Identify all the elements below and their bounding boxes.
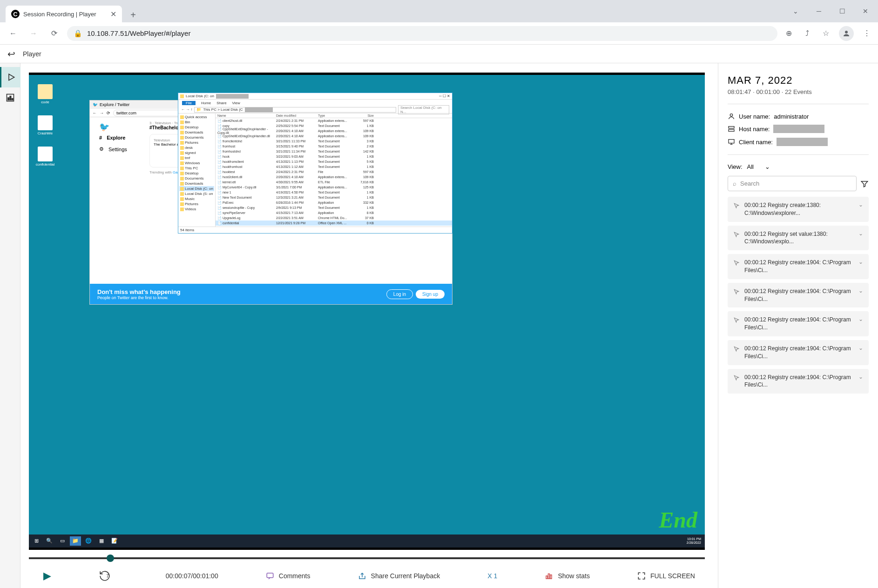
forward-button: → (26, 26, 41, 41)
explorer-status: 54 items (178, 227, 452, 233)
player-controls: ▶ 7 00:00:07/00:01:00 Comments Share Cur… (20, 564, 718, 588)
event-card[interactable]: 00:00:12 Registry create:1904: C:\Progra… (728, 340, 869, 365)
stats-button[interactable]: Show stats (545, 572, 589, 580)
chevron-down-icon[interactable]: ⌄ (785, 4, 806, 19)
tree-item: Desktop (179, 125, 214, 130)
twitter-logo-icon: 🐦 (99, 122, 136, 132)
tree-item: Music (179, 196, 214, 201)
file-row: 📄 hook3/22/2021 9:03 AMText Document1 KB (216, 154, 452, 159)
event-search-input[interactable]: ⌕ Search (728, 176, 857, 191)
zoom-icon[interactable]: ⊕ (783, 28, 794, 39)
twitter-nav-settings: ⚙Settings (99, 143, 136, 155)
tree-item: Local Disk (C: on (179, 186, 214, 191)
replay-button[interactable]: 7 (99, 570, 118, 582)
desktop-icons: code CrashMe confidential (34, 84, 57, 167)
explorer-menu-item: File (182, 101, 196, 105)
share-icon[interactable]: ⤴ (802, 28, 813, 39)
filter-button[interactable] (860, 180, 869, 188)
explorer-icon: 📁 (70, 536, 81, 546)
svg-marker-1 (9, 74, 14, 80)
event-card[interactable]: 00:00:12 Registry create:1904: C:\Progra… (728, 283, 869, 308)
file-row: 📄 syncPipeServer4/15/2021 7:13 AMApplica… (216, 210, 452, 215)
explorer-menu-item: View (232, 101, 240, 105)
explorer-menu-item: Home (201, 101, 211, 105)
svg-rect-5 (12, 99, 13, 100)
svg-rect-4 (10, 96, 11, 100)
menu-icon[interactable]: ⋮ (861, 28, 872, 39)
chrome-icon: 🌐 (83, 536, 94, 546)
tab-title: Session Recording | Player (23, 11, 107, 18)
tree-item: Bin (179, 120, 214, 125)
browser-addressbar: ← → ⟳ 🔒 10.108.77.51/WebPlayer/#/player … (0, 22, 878, 45)
twitter-login-button: Log in (386, 289, 413, 299)
tree-item: This PC (179, 166, 214, 171)
server-icon (728, 125, 735, 133)
recording-canvas: code CrashMe confidential 🐦 Explore / Tw… (29, 75, 705, 548)
tree-item: Local Disk (S: on (179, 191, 214, 196)
cursor-icon (733, 260, 740, 266)
comments-button[interactable]: Comments (266, 572, 311, 580)
file-row: 📄 host2client.dll2/20/2021 4:10 AMApplic… (216, 174, 452, 180)
back-button[interactable]: ← (6, 26, 20, 41)
maximize-button[interactable]: ☐ (831, 4, 853, 19)
twitter-signup-button: Sign up (416, 290, 445, 299)
cursor-icon (733, 231, 740, 238)
tree-item: Pictures (179, 140, 214, 145)
file-row: 📄 fromhostdnd3/21/2021 11:34 PMText Docu… (216, 149, 452, 154)
event-card[interactable]: 00:00:12 Registry create:1904: C:\Progra… (728, 254, 869, 279)
svg-rect-6 (267, 573, 273, 578)
chevron-down-icon: ⌄ (765, 163, 770, 170)
file-row: 📄 UpgradeLog2/22/2021 3:51 AMChrome HTML… (216, 215, 452, 220)
url-field[interactable]: 🔒 10.108.77.51/WebPlayer/#/player (67, 26, 777, 41)
desktop-icon-confidential: confidential (34, 147, 57, 167)
play-button[interactable]: ▶ (43, 570, 51, 582)
svg-point-0 (845, 31, 848, 33)
file-row: 📄 hooktest2/24/2021 2:31 PMFile597 KB (216, 169, 452, 174)
rail-stats-button[interactable] (0, 87, 20, 108)
session-meta: 08:01:47 · 00:01:00 · 22 Events (728, 88, 869, 95)
cursor-icon (733, 317, 740, 323)
events-panel: MAR 7, 2022 08:01:47 · 00:01:00 · 22 Eve… (718, 63, 878, 588)
explorer-menu-item: Share (216, 101, 226, 105)
new-tab-button[interactable]: + (126, 7, 141, 22)
breadcrumb: Player (23, 50, 41, 58)
event-card[interactable]: 00:00:12 Registry set value:1380: C:\Win… (728, 226, 869, 251)
tree-item: Downloads (179, 130, 214, 135)
app-back-button[interactable]: ↩ (7, 48, 15, 60)
view-label: View: (728, 163, 743, 170)
twitter-banner: Don't miss what's happening People on Tw… (90, 284, 452, 304)
event-card[interactable]: 00:00:12 Registry create:1904: C:\Progra… (728, 369, 869, 394)
svg-point-10 (730, 114, 732, 116)
session-date: MAR 7, 2022 (728, 74, 869, 87)
video-stage[interactable]: code CrashMe confidential 🐦 Explore / Tw… (29, 73, 705, 550)
close-tab-icon[interactable]: ✕ (110, 10, 116, 19)
speed-button[interactable]: X 1 (487, 572, 497, 580)
svg-rect-9 (550, 575, 552, 579)
start-icon: ⊞ (31, 536, 42, 546)
file-row: 📄 confidential12/21/2021 9:28 PMOffice O… (216, 220, 452, 226)
browser-tab[interactable]: C Session Recording | Player ✕ (6, 6, 122, 22)
event-card[interactable]: 00:00:12 Registry create:1380: C:\Window… (728, 197, 869, 222)
monitor-icon (728, 138, 735, 146)
close-button[interactable]: ✕ (855, 4, 876, 19)
file-row: 📄 new 14/19/2021 4:50 PMText Document1 K… (216, 190, 452, 195)
minimize-button[interactable]: ─ (808, 4, 830, 19)
tree-item: Documents (179, 135, 214, 140)
fullscreen-button[interactable]: FULL SCREEN (637, 572, 695, 580)
share-button[interactable]: Share Current Playback (358, 572, 440, 580)
profile-button[interactable] (839, 26, 854, 41)
scrub-thumb[interactable] (107, 555, 114, 562)
rail-play-button[interactable] (0, 67, 20, 87)
scrubber[interactable] (29, 553, 705, 564)
bookmark-icon[interactable]: ☆ (820, 28, 831, 39)
explorer-window: Local Disk (C: on ─ ☐ ✕ FileHomeShareVie… (178, 93, 453, 234)
app-icon: ▦ (96, 536, 107, 546)
reload-button[interactable]: ⟳ (47, 26, 61, 41)
svg-rect-12 (729, 129, 734, 131)
view-dropdown[interactable]: All ⌄ (747, 163, 770, 170)
cursor-icon (733, 288, 740, 295)
user-icon (728, 113, 735, 120)
event-card[interactable]: 00:00:12 Registry create:1904: C:\Progra… (728, 311, 869, 336)
file-row: 📄 fromhost3/15/2021 9:40 PMText Document… (216, 144, 452, 149)
file-row: 📄 MyConvert64 - Copy.dll3/1/2021 7:00 PM… (216, 185, 452, 190)
